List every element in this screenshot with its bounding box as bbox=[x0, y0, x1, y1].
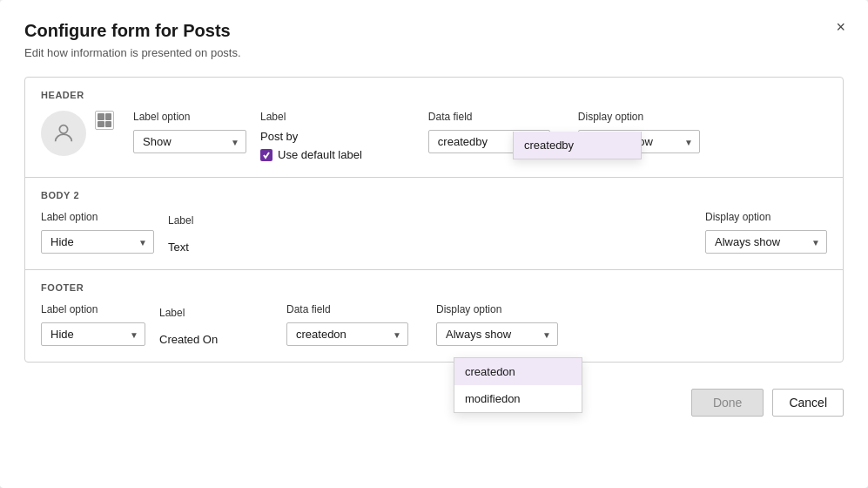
footer-dropdown-item-createdon[interactable]: createdon bbox=[454, 358, 582, 385]
footer-data-field-label: Data field bbox=[286, 303, 408, 315]
close-button[interactable]: × bbox=[831, 16, 851, 38]
header-section: HEADER bbox=[25, 78, 843, 178]
body2-display-option-label: Display option bbox=[705, 211, 827, 223]
header-data-field-label: Data field bbox=[428, 111, 550, 123]
svg-point-0 bbox=[59, 125, 67, 133]
body2-label-option-select[interactable]: Show Hide bbox=[41, 230, 154, 254]
footer-data-field-select-wrap: createdon modifiedon ▼ bbox=[286, 322, 408, 346]
dialog-title: Configure form for Posts bbox=[24, 21, 844, 41]
user-icon bbox=[51, 121, 76, 146]
footer-label-option-select[interactable]: Show Hide bbox=[41, 322, 145, 346]
body2-label-label: Label bbox=[168, 214, 264, 227]
header-data-field-dropdown: createdby bbox=[513, 132, 642, 159]
header-label-option-group: Label option Show Hide ▼ bbox=[133, 111, 246, 153]
footer-display-option-select-wrap: Always show Never show ▼ bbox=[436, 322, 558, 346]
body2-display-option-select-wrap: Always show Never show ▼ bbox=[705, 230, 827, 254]
dialog-footer: Done Cancel bbox=[24, 380, 844, 417]
use-default-label-row: Use default label bbox=[260, 148, 362, 161]
header-fields-row: Label option Show Hide ▼ Label bbox=[133, 111, 827, 161]
header-display-option-label: Display option bbox=[578, 111, 700, 123]
footer-data-field-group: Data field createdon modifiedon ▼ bbox=[286, 303, 408, 346]
header-content: Label option Show Hide ▼ Label bbox=[41, 111, 827, 161]
footer-section: FOOTER Label option Show Hide ▼ Label bbox=[25, 270, 843, 362]
header-section-label: HEADER bbox=[41, 90, 827, 100]
footer-label-option-label: Label option bbox=[41, 303, 145, 315]
footer-label-option-group: Label option Show Hide ▼ bbox=[41, 303, 145, 346]
body2-fields-row: Label option Show Hide ▼ Label Text bbox=[41, 211, 827, 254]
footer-dropdown-item-modifiedon[interactable]: modifiedon bbox=[454, 385, 582, 412]
sections-container: HEADER bbox=[24, 77, 844, 363]
footer-label-value: Created On bbox=[159, 333, 255, 346]
body2-label-option-select-wrap: Show Hide ▼ bbox=[41, 230, 154, 254]
footer-display-option-group: Display option Always show Never show ▼ bbox=[436, 303, 558, 346]
body2-display-option-group: Display option Always show Never show ▼ bbox=[705, 211, 827, 254]
done-button[interactable]: Done bbox=[691, 389, 764, 417]
avatar-area bbox=[41, 111, 114, 161]
grid-icon bbox=[95, 111, 114, 130]
header-label-group: Label Post by Use default label bbox=[260, 111, 362, 161]
body2-display-option-select[interactable]: Always show Never show bbox=[705, 230, 827, 254]
checkmark-icon bbox=[262, 151, 271, 159]
use-default-label-checkbox[interactable] bbox=[260, 149, 273, 161]
header-label-value: Post by bbox=[260, 130, 362, 143]
configure-form-dialog: Configure form for Posts Edit how inform… bbox=[0, 0, 868, 488]
footer-data-field-select[interactable]: createdon modifiedon bbox=[286, 322, 408, 346]
header-dropdown-item-createdby[interactable]: createdby bbox=[514, 132, 641, 159]
footer-fields-row: Label option Show Hide ▼ Label Created O… bbox=[41, 303, 827, 346]
body2-section-label: BODY 2 bbox=[41, 190, 827, 200]
header-label-label: Label bbox=[260, 111, 362, 123]
header-label-text-area: Post by Use default label bbox=[260, 130, 362, 161]
close-icon: × bbox=[836, 18, 845, 36]
avatar bbox=[41, 111, 86, 156]
header-label-option-select-wrap: Show Hide ▼ bbox=[133, 130, 246, 153]
footer-data-field-dropdown: createdon modifiedon bbox=[454, 357, 582, 413]
use-default-label-text: Use default label bbox=[278, 148, 362, 161]
footer-section-label: FOOTER bbox=[41, 282, 827, 293]
header-label-option-label: Label option bbox=[133, 111, 246, 123]
dialog-subtitle: Edit how information is presented on pos… bbox=[24, 46, 844, 59]
footer-label-option-select-wrap: Show Hide ▼ bbox=[41, 322, 145, 346]
footer-label-label: Label bbox=[159, 307, 255, 319]
footer-label-group: Label Created On bbox=[159, 307, 255, 346]
footer-display-option-select[interactable]: Always show Never show bbox=[436, 322, 558, 346]
header-label-option-select[interactable]: Show Hide bbox=[133, 130, 246, 153]
body2-label-group: Label Text bbox=[168, 214, 264, 254]
footer-display-option-label: Display option bbox=[436, 303, 558, 315]
cancel-button[interactable]: Cancel bbox=[772, 389, 844, 417]
body2-label-option-group: Label option Show Hide ▼ bbox=[41, 211, 154, 254]
body2-section: BODY 2 Label option Show Hide ▼ Label bbox=[25, 178, 843, 270]
body2-label-value: Text bbox=[168, 241, 264, 254]
body2-label-option-label: Label option bbox=[41, 211, 154, 223]
